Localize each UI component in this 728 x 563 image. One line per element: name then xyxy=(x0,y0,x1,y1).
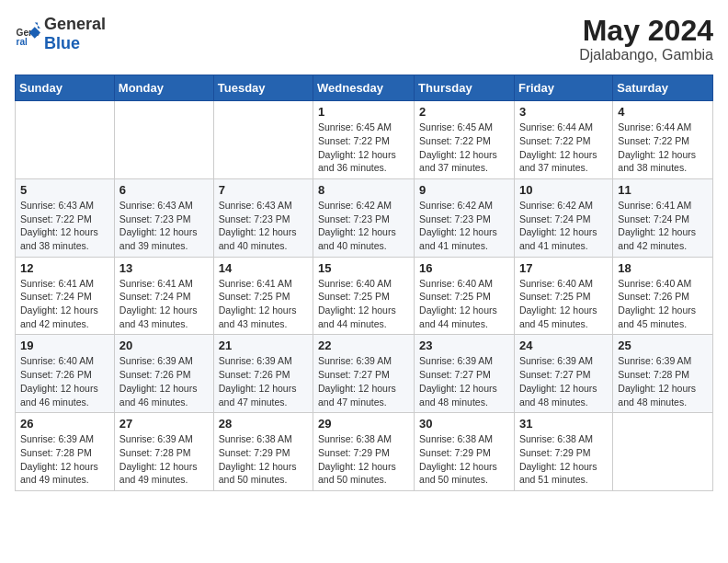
weekday-header-sunday: Sunday xyxy=(16,75,115,101)
day-info: Sunrise: 6:39 AMSunset: 7:28 PMDaylight:… xyxy=(20,432,109,487)
day-cell: 31Sunrise: 6:38 AMSunset: 7:29 PMDayligh… xyxy=(514,413,612,491)
day-cell: 5Sunrise: 6:43 AMSunset: 7:22 PMDaylight… xyxy=(16,178,115,257)
day-cell xyxy=(114,101,213,179)
day-info: Sunrise: 6:41 AMSunset: 7:24 PMDaylight:… xyxy=(119,277,209,331)
day-number: 11 xyxy=(618,183,708,197)
day-number: 18 xyxy=(618,261,708,275)
week-row-3: 12Sunrise: 6:41 AMSunset: 7:24 PMDayligh… xyxy=(16,257,713,335)
weekday-header-tuesday: Tuesday xyxy=(213,75,313,101)
day-info: Sunrise: 6:38 AMSunset: 7:29 PMDaylight:… xyxy=(519,432,608,487)
day-number: 27 xyxy=(119,417,209,431)
logo-general2: ral xyxy=(85,15,106,33)
day-number: 25 xyxy=(618,339,708,352)
day-number: 20 xyxy=(119,339,209,352)
day-info: Sunrise: 6:39 AMSunset: 7:27 PMDaylight:… xyxy=(419,354,509,408)
day-number: 10 xyxy=(519,183,608,197)
day-cell: 22Sunrise: 6:39 AMSunset: 7:27 PMDayligh… xyxy=(313,335,415,413)
day-info: Sunrise: 6:45 AMSunset: 7:22 PMDaylight:… xyxy=(318,121,409,175)
day-number: 19 xyxy=(20,339,109,352)
day-number: 14 xyxy=(219,261,308,275)
day-info: Sunrise: 6:39 AMSunset: 7:28 PMDaylight:… xyxy=(119,432,209,487)
day-number: 8 xyxy=(318,183,409,197)
day-info: Sunrise: 6:43 AMSunset: 7:22 PMDaylight:… xyxy=(20,199,109,253)
day-info: Sunrise: 6:45 AMSunset: 7:22 PMDaylight:… xyxy=(419,121,509,175)
day-info: Sunrise: 6:38 AMSunset: 7:29 PMDaylight:… xyxy=(419,432,509,487)
week-row-1: 1Sunrise: 6:45 AMSunset: 7:22 PMDaylight… xyxy=(16,101,713,179)
week-row-2: 5Sunrise: 6:43 AMSunset: 7:22 PMDaylight… xyxy=(16,178,713,257)
day-cell: 26Sunrise: 6:39 AMSunset: 7:28 PMDayligh… xyxy=(16,413,115,491)
day-cell: 14Sunrise: 6:41 AMSunset: 7:25 PMDayligh… xyxy=(213,257,313,335)
logo-icon: Gene ral xyxy=(15,21,40,47)
day-cell xyxy=(613,413,713,491)
day-number: 23 xyxy=(419,339,509,352)
day-info: Sunrise: 6:38 AMSunset: 7:29 PMDaylight:… xyxy=(219,432,308,487)
day-cell xyxy=(16,101,115,179)
week-row-4: 19Sunrise: 6:40 AMSunset: 7:26 PMDayligh… xyxy=(16,335,713,413)
day-info: Sunrise: 6:42 AMSunset: 7:23 PMDaylight:… xyxy=(419,199,509,253)
day-info: Sunrise: 6:39 AMSunset: 7:27 PMDaylight:… xyxy=(519,354,608,408)
day-cell: 3Sunrise: 6:44 AMSunset: 7:22 PMDaylight… xyxy=(514,101,612,179)
day-number: 9 xyxy=(419,183,509,197)
day-number: 28 xyxy=(219,417,308,431)
calendar-table: SundayMondayTuesdayWednesdayThursdayFrid… xyxy=(15,75,713,491)
day-number: 26 xyxy=(20,417,109,431)
day-info: Sunrise: 6:40 AMSunset: 7:26 PMDaylight:… xyxy=(20,354,109,408)
day-info: Sunrise: 6:39 AMSunset: 7:26 PMDaylight:… xyxy=(119,354,209,408)
month-year: May 2024 xyxy=(579,15,713,47)
day-cell: 6Sunrise: 6:43 AMSunset: 7:23 PMDaylight… xyxy=(114,178,213,257)
day-info: Sunrise: 6:44 AMSunset: 7:22 PMDaylight:… xyxy=(618,121,708,175)
location: Djalabango, Gambia xyxy=(579,47,713,63)
day-info: Sunrise: 6:41 AMSunset: 7:25 PMDaylight:… xyxy=(219,277,308,331)
svg-text:ral: ral xyxy=(17,37,28,47)
day-cell: 15Sunrise: 6:40 AMSunset: 7:25 PMDayligh… xyxy=(313,257,415,335)
day-number: 29 xyxy=(318,417,409,431)
day-info: Sunrise: 6:40 AMSunset: 7:25 PMDaylight:… xyxy=(519,277,608,331)
day-cell: 24Sunrise: 6:39 AMSunset: 7:27 PMDayligh… xyxy=(514,335,612,413)
day-number: 22 xyxy=(318,339,409,352)
day-cell: 8Sunrise: 6:42 AMSunset: 7:23 PMDaylight… xyxy=(313,178,415,257)
day-cell: 9Sunrise: 6:42 AMSunset: 7:23 PMDaylight… xyxy=(415,178,515,257)
day-cell: 11Sunrise: 6:41 AMSunset: 7:24 PMDayligh… xyxy=(613,178,713,257)
logo-blue: Blue xyxy=(44,34,80,52)
day-info: Sunrise: 6:40 AMSunset: 7:25 PMDaylight:… xyxy=(419,277,509,331)
day-number: 15 xyxy=(318,261,409,275)
day-info: Sunrise: 6:43 AMSunset: 7:23 PMDaylight:… xyxy=(219,199,308,253)
week-row-5: 26Sunrise: 6:39 AMSunset: 7:28 PMDayligh… xyxy=(16,413,713,491)
day-cell: 12Sunrise: 6:41 AMSunset: 7:24 PMDayligh… xyxy=(16,257,115,335)
day-info: Sunrise: 6:40 AMSunset: 7:25 PMDaylight:… xyxy=(318,277,409,331)
day-cell: 28Sunrise: 6:38 AMSunset: 7:29 PMDayligh… xyxy=(213,413,313,491)
day-cell: 13Sunrise: 6:41 AMSunset: 7:24 PMDayligh… xyxy=(114,257,213,335)
day-number: 17 xyxy=(519,261,608,275)
day-number: 3 xyxy=(519,105,608,119)
day-number: 1 xyxy=(318,105,409,119)
weekday-header-row: SundayMondayTuesdayWednesdayThursdayFrid… xyxy=(16,75,713,101)
day-cell xyxy=(213,101,313,179)
day-info: Sunrise: 6:43 AMSunset: 7:23 PMDaylight:… xyxy=(119,199,209,253)
day-number: 7 xyxy=(219,183,308,197)
day-cell: 25Sunrise: 6:39 AMSunset: 7:28 PMDayligh… xyxy=(613,335,713,413)
day-cell: 27Sunrise: 6:39 AMSunset: 7:28 PMDayligh… xyxy=(114,413,213,491)
day-info: Sunrise: 6:42 AMSunset: 7:23 PMDaylight:… xyxy=(318,199,409,253)
page-header: Gene ral General Blue May 2024 Djalabang… xyxy=(15,15,713,63)
day-info: Sunrise: 6:40 AMSunset: 7:26 PMDaylight:… xyxy=(618,277,708,331)
day-cell: 1Sunrise: 6:45 AMSunset: 7:22 PMDaylight… xyxy=(313,101,415,179)
day-info: Sunrise: 6:44 AMSunset: 7:22 PMDaylight:… xyxy=(519,121,608,175)
day-number: 31 xyxy=(519,417,608,431)
day-info: Sunrise: 6:38 AMSunset: 7:29 PMDaylight:… xyxy=(318,432,409,487)
day-info: Sunrise: 6:41 AMSunset: 7:24 PMDaylight:… xyxy=(20,277,109,331)
day-cell: 30Sunrise: 6:38 AMSunset: 7:29 PMDayligh… xyxy=(415,413,515,491)
day-cell: 17Sunrise: 6:40 AMSunset: 7:25 PMDayligh… xyxy=(514,257,612,335)
day-number: 16 xyxy=(419,261,509,275)
day-number: 6 xyxy=(119,183,209,197)
day-info: Sunrise: 6:39 AMSunset: 7:26 PMDaylight:… xyxy=(219,354,308,408)
day-cell: 21Sunrise: 6:39 AMSunset: 7:26 PMDayligh… xyxy=(213,335,313,413)
day-cell: 16Sunrise: 6:40 AMSunset: 7:25 PMDayligh… xyxy=(415,257,515,335)
day-cell: 2Sunrise: 6:45 AMSunset: 7:22 PMDaylight… xyxy=(415,101,515,179)
day-number: 12 xyxy=(20,261,109,275)
day-info: Sunrise: 6:41 AMSunset: 7:24 PMDaylight:… xyxy=(618,199,708,253)
logo-general: Gene xyxy=(44,15,85,33)
weekday-header-monday: Monday xyxy=(114,75,213,101)
day-cell: 19Sunrise: 6:40 AMSunset: 7:26 PMDayligh… xyxy=(16,335,115,413)
day-number: 2 xyxy=(419,105,509,119)
day-cell: 4Sunrise: 6:44 AMSunset: 7:22 PMDaylight… xyxy=(613,101,713,179)
